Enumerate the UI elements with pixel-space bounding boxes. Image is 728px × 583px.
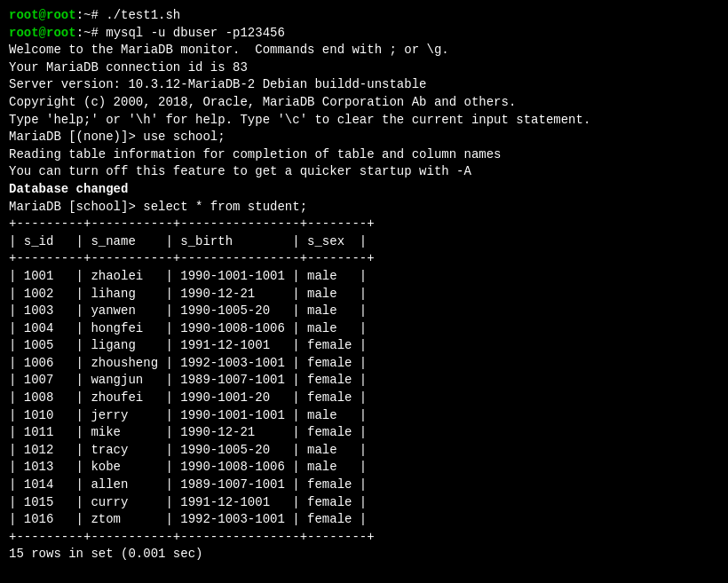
terminal-line: | 1010 | jerry | 1990-1001-1001 | male | [9,407,719,425]
terminal-line: +---------+-----------+----------------+… [9,216,719,233]
terminal-line: +---------+-----------+----------------+… [9,250,719,268]
terminal-line: Database changed [9,181,719,199]
terminal-output: root@root:~# ./test1.shroot@root:~# mysq… [9,7,719,563]
terminal-line: | 1015 | curry | 1991-12-1001 | female | [9,494,719,512]
terminal-line: | 1016 | ztom | 1992-1003-1001 | female … [9,511,719,529]
terminal-line: | 1013 | kobe | 1990-1008-1006 | male | [9,459,719,477]
terminal-line: | 1005 | ligang | 1991-12-1001 | female … [9,337,719,355]
terminal-line: +---------+-----------+----------------+… [9,529,719,547]
terminal-line: | 1012 | tracy | 1990-1005-20 | male | [9,442,719,460]
terminal-line: | s_id | s_name | s_birth | s_sex | [9,233,719,251]
terminal-line: Your MariaDB connection id is 83 [9,59,719,77]
terminal-line: Type 'help;' or '\h' for help. Type '\c'… [9,112,719,130]
terminal-line: | 1003 | yanwen | 1990-1005-20 | male | [9,303,719,320]
terminal-line: | 1004 | hongfei | 1990-1008-1006 | male… [9,320,719,338]
terminal-line: | 1014 | allen | 1989-1007-1001 | female… [9,477,719,494]
terminal-line: Copyright (c) 2000, 2018, Oracle, MariaD… [9,94,719,112]
terminal-line: | 1006 | zhousheng | 1992-1003-1001 | fe… [9,355,719,373]
terminal-line: 15 rows in set (0.001 sec) [9,546,719,563]
terminal-line: Reading table information for completion… [9,146,719,164]
terminal-line: Server version: 10.3.12-MariaDB-2 Debian… [9,76,719,94]
terminal-line: MariaDB [school]> select * from student; [9,199,719,217]
terminal-line: | 1008 | zhoufei | 1990-1001-20 | female… [9,390,719,407]
terminal-line: Welcome to the MariaDB monitor. Commands… [9,42,719,59]
terminal-line: You can turn off this feature to get a q… [9,163,719,181]
terminal-line: | 1001 | zhaolei | 1990-1001-1001 | male… [9,268,719,286]
terminal-line: | 1011 | mike | 1990-12-21 | female | [9,424,719,442]
terminal-line: | 1002 | lihang | 1990-12-21 | male | [9,286,719,303]
terminal-line: MariaDB [(none)]> use school; [9,129,719,146]
terminal-line: root@root:~# mysql -u dbuser -p123456 [9,25,719,43]
terminal-line: root@root:~# ./test1.sh [9,7,719,25]
terminal-line: | 1007 | wangjun | 1989-1007-1001 | fema… [9,372,719,390]
